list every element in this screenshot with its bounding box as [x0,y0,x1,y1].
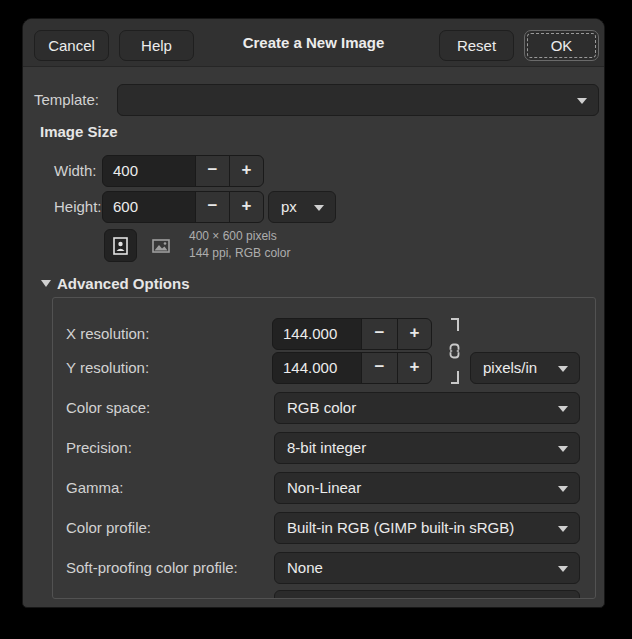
chevron-down-icon [558,446,568,452]
height-increment-button[interactable]: + [229,191,264,223]
precision-dropdown[interactable]: 8-bit integer [274,432,580,464]
clipped-dropdown[interactable] [274,590,580,599]
y-resolution-label: Y resolution: [66,352,149,384]
color-profile-dropdown[interactable]: Built-in RGB (GIMP built-in sRGB) [274,512,580,544]
color-profile-label: Color profile: [66,512,151,544]
dialog-title: Create a New Image [243,19,385,67]
soft-proofing-dropdown[interactable]: None [274,552,580,584]
landscape-image-icon [152,239,170,253]
chevron-down-icon [558,526,568,532]
width-increment-button[interactable]: + [229,155,264,187]
landscape-orientation-button[interactable] [144,229,177,262]
chevron-down-icon [558,366,568,372]
height-label: Height: [54,191,102,223]
dialog-window: Cancel Help Create a New Image Reset OK … [22,18,605,608]
portrait-page-icon [113,237,128,255]
chevron-down-icon [558,486,568,492]
precision-label: Precision: [66,432,132,464]
soft-proofing-label: Soft-proofing color profile: [66,552,238,584]
reset-button[interactable]: Reset [439,30,514,61]
chain-bracket-bottom [451,371,459,384]
image-size-heading: Image Size [40,123,118,140]
resolution-unit-dropdown[interactable]: pixels/in [470,352,580,384]
soft-proofing-value: None [287,559,323,576]
chain-link-toggle[interactable] [443,318,459,384]
resolution-unit-value: pixels/in [483,359,537,376]
x-resolution-input[interactable]: 144.000 [272,318,362,350]
chain-bracket-top [451,318,459,331]
height-input[interactable]: 600 [102,191,196,223]
template-label: Template: [34,84,99,116]
x-resolution-decrement-button[interactable]: − [361,318,398,350]
color-space-label: Color space: [66,392,150,424]
x-resolution-increment-button[interactable]: + [397,318,432,350]
width-label: Width: [54,155,97,187]
chevron-down-icon [558,406,568,412]
unit-value: px [281,198,297,215]
advanced-options-heading: Advanced Options [57,275,190,292]
precision-value: 8-bit integer [287,439,366,456]
y-resolution-increment-button[interactable]: + [397,352,432,384]
gamma-label: Gamma: [66,472,124,504]
template-dropdown[interactable] [117,84,599,116]
advanced-options-expander[interactable]: Advanced Options [41,274,190,292]
header-bar: Cancel Help Create a New Image Reset OK [23,19,604,67]
color-profile-value: Built-in RGB (GIMP built-in sRGB) [287,519,514,536]
ok-button[interactable]: OK [524,30,599,61]
help-button[interactable]: Help [119,30,194,61]
y-resolution-decrement-button[interactable]: − [361,352,398,384]
unit-dropdown[interactable]: px [268,191,336,223]
gamma-value: Non-Linear [287,479,361,496]
size-summary-line1: 400 × 600 pixels [189,228,290,245]
portrait-orientation-button[interactable] [104,229,137,262]
disclosure-triangle-icon [41,280,51,287]
width-decrement-button[interactable]: − [195,155,230,187]
chevron-down-icon [558,566,568,572]
chevron-down-icon [577,98,587,104]
color-space-value: RGB color [287,399,356,416]
color-space-dropdown[interactable]: RGB color [274,392,580,424]
width-input[interactable]: 400 [102,155,196,187]
cancel-button[interactable]: Cancel [34,30,109,61]
chain-link-icon [449,343,460,359]
gamma-dropdown[interactable]: Non-Linear [274,472,580,504]
size-summary-line2: 144 ppi, RGB color [189,245,290,262]
size-summary: 400 × 600 pixels 144 ppi, RGB color [189,228,290,262]
x-resolution-label: X resolution: [66,318,149,350]
height-decrement-button[interactable]: − [195,191,230,223]
advanced-options-frame: X resolution: 144.000 − + Y resolution: … [52,297,596,599]
chevron-down-icon [314,205,324,211]
y-resolution-input[interactable]: 144.000 [272,352,362,384]
